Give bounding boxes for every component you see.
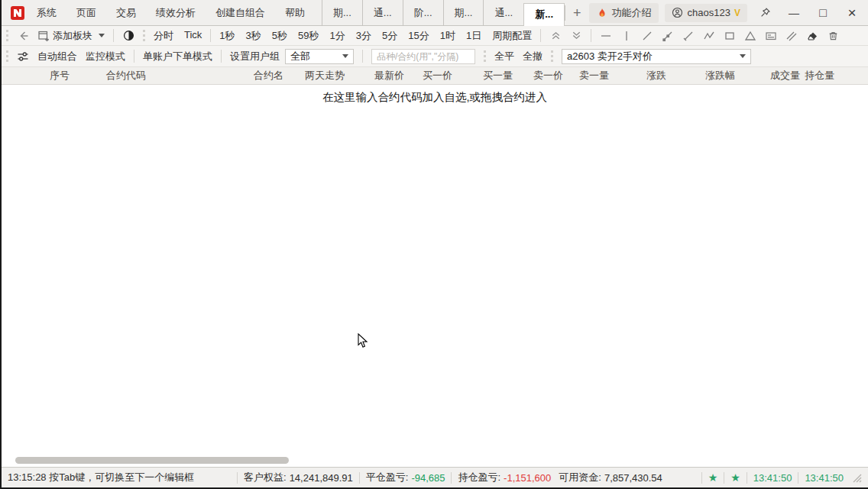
parallel-lines-tool-icon[interactable] bbox=[785, 30, 798, 42]
column-header[interactable]: 涨跌 bbox=[614, 69, 671, 83]
statusbar-hint: 13:15:28 按Tab键，可切换至下一个编辑框 bbox=[8, 471, 231, 484]
workspace-tab[interactable]: 期... bbox=[322, 0, 362, 26]
separator bbox=[701, 472, 702, 484]
order-preset-select[interactable]: a2603 卖开2手对价 bbox=[562, 49, 751, 64]
maximize-button[interactable]: □ bbox=[811, 2, 834, 24]
polyline-tool-icon[interactable] bbox=[703, 30, 715, 42]
period-button[interactable]: 1日 bbox=[466, 29, 481, 43]
period-button[interactable]: 3分 bbox=[356, 29, 371, 43]
cancel-all-button[interactable]: 全撤 bbox=[523, 50, 542, 63]
column-header[interactable]: 卖一价 bbox=[517, 69, 568, 83]
menu-bar: 系统页面交易绩效分析创建自组合帮助 bbox=[37, 6, 305, 20]
column-header[interactable]: 卖一量 bbox=[568, 69, 614, 83]
menu-item[interactable]: 绩效分析 bbox=[156, 6, 196, 20]
segment-line-tool-icon[interactable] bbox=[682, 30, 695, 42]
toolbar-grip[interactable] bbox=[143, 30, 145, 41]
period-button[interactable]: 15分 bbox=[408, 29, 429, 43]
user-account-button[interactable]: chaos123 V bbox=[665, 4, 747, 22]
horizontal-line-tool-icon[interactable] bbox=[600, 30, 612, 42]
view-mode-button[interactable]: 分时 bbox=[154, 29, 173, 43]
app-logo-icon bbox=[11, 6, 24, 20]
period-button[interactable]: 5秒 bbox=[272, 29, 287, 43]
minimize-button[interactable]: — bbox=[782, 2, 805, 24]
toolbar-grip[interactable] bbox=[6, 30, 8, 41]
position-pnl-value: -1,151,600 bbox=[504, 472, 551, 484]
rectangle-tool-icon[interactable] bbox=[724, 30, 736, 42]
workspace-tab[interactable]: 阶... bbox=[403, 0, 443, 26]
close-all-button[interactable]: 全平 bbox=[494, 50, 514, 63]
period-button[interactable]: 1秒 bbox=[219, 29, 235, 43]
contrast-theme-icon[interactable] bbox=[122, 30, 134, 42]
separator bbox=[798, 472, 798, 484]
separator bbox=[237, 472, 238, 484]
triangle-tool-icon[interactable] bbox=[744, 30, 756, 42]
toolbar-grip[interactable] bbox=[6, 50, 8, 62]
trash-tool-icon[interactable] bbox=[827, 30, 839, 42]
add-board-button[interactable]: 添加板块 bbox=[37, 29, 105, 43]
menu-item[interactable]: 交易 bbox=[116, 6, 136, 20]
workspace-tab[interactable]: 新... bbox=[523, 3, 565, 26]
column-header[interactable]: 序号 bbox=[2, 69, 74, 83]
watchlist-area[interactable]: 在这里输入合约代码加入自选,或拖拽合约进入 bbox=[2, 85, 868, 467]
monitor-mode-button[interactable]: 监控模式 bbox=[86, 50, 125, 63]
column-header[interactable]: 最新价 bbox=[349, 69, 409, 83]
period-button[interactable]: 1时 bbox=[440, 29, 455, 43]
toolbar-grip[interactable] bbox=[484, 50, 486, 62]
collapse-up-icon[interactable] bbox=[549, 30, 562, 42]
new-tab-button[interactable]: + bbox=[565, 1, 589, 25]
close-button[interactable]: × bbox=[840, 2, 863, 24]
column-header[interactable]: 成交量 bbox=[740, 69, 805, 83]
symbol-filter-input[interactable] bbox=[371, 49, 475, 64]
panel-collapse-group bbox=[549, 30, 582, 42]
text-annotation-tool-icon[interactable] bbox=[765, 30, 777, 42]
period-button[interactable]: 59秒 bbox=[298, 29, 319, 43]
workspace-tab[interactable]: 通... bbox=[483, 0, 523, 26]
user-group-select[interactable]: 全部 bbox=[285, 49, 354, 64]
view-mode-button[interactable]: Tick bbox=[184, 29, 202, 43]
column-header[interactable]: 买一价 bbox=[409, 69, 457, 83]
column-header[interactable]: 买一量 bbox=[457, 69, 517, 83]
trend-line-tool-icon[interactable] bbox=[641, 30, 653, 42]
pin-icon[interactable] bbox=[753, 2, 776, 24]
back-arrow-icon[interactable] bbox=[17, 30, 29, 42]
column-header[interactable]: 涨跌幅 bbox=[671, 69, 740, 83]
chevron-down-icon bbox=[342, 54, 348, 58]
menu-item[interactable]: 帮助 bbox=[285, 6, 305, 20]
column-header[interactable]: 持仓量 bbox=[805, 69, 839, 83]
workspace-tab[interactable]: 通... bbox=[362, 0, 403, 26]
title-bar: 系统页面交易绩效分析创建自组合帮助 期...通...阶...期...通...新.… bbox=[2, 0, 868, 26]
horizontal-scrollbar-thumb[interactable] bbox=[15, 457, 289, 464]
period-button[interactable]: 5分 bbox=[382, 29, 397, 43]
menu-item[interactable]: 创建自组合 bbox=[215, 6, 265, 20]
eraser-tool-icon[interactable] bbox=[806, 30, 818, 42]
period-button[interactable]: 周期配置 bbox=[492, 29, 532, 43]
drawing-tool-group bbox=[600, 30, 839, 42]
sliders-filter-icon[interactable] bbox=[17, 50, 29, 63]
add-board-icon bbox=[37, 30, 50, 42]
column-header[interactable]: 两天走势 bbox=[288, 69, 349, 83]
trade-toolbar: 自动组合 监控模式 单账户下单模式 设置用户组 全部 全平 全撤 a2603 卖… bbox=[2, 46, 868, 67]
statusbar-right: ★ ★ 13:41:50 13:41:50 bbox=[695, 471, 862, 484]
collapse-down-icon[interactable] bbox=[570, 30, 582, 42]
available-funds-value: 7,857,430.54 bbox=[604, 472, 662, 484]
resize-grip[interactable] bbox=[851, 472, 862, 483]
vertical-line-tool-icon[interactable] bbox=[620, 30, 633, 42]
single-account-mode-button[interactable]: 单账户下单模式 bbox=[143, 50, 212, 63]
auto-combo-button[interactable]: 自动组合 bbox=[37, 50, 77, 63]
close-pnl-value: -94,685 bbox=[411, 472, 445, 484]
separator bbox=[359, 472, 360, 484]
menu-item[interactable]: 系统 bbox=[37, 6, 57, 20]
connection-star-icon[interactable]: ★ bbox=[730, 471, 740, 484]
username-label: chaos123 bbox=[688, 7, 730, 18]
feature-intro-button[interactable]: 功能介绍 bbox=[589, 3, 659, 23]
menu-item[interactable]: 页面 bbox=[76, 6, 96, 20]
toolbar-grip[interactable] bbox=[551, 50, 553, 62]
column-header[interactable]: 合约名 bbox=[151, 69, 288, 83]
column-header[interactable]: 合约代码 bbox=[74, 69, 151, 83]
separator bbox=[221, 50, 222, 63]
period-button[interactable]: 1分 bbox=[330, 29, 345, 43]
period-button[interactable]: 3秒 bbox=[246, 29, 261, 43]
connection-star-icon[interactable]: ★ bbox=[708, 471, 718, 484]
ray-line-tool-icon[interactable] bbox=[662, 30, 674, 42]
workspace-tab[interactable]: 期... bbox=[443, 0, 484, 26]
